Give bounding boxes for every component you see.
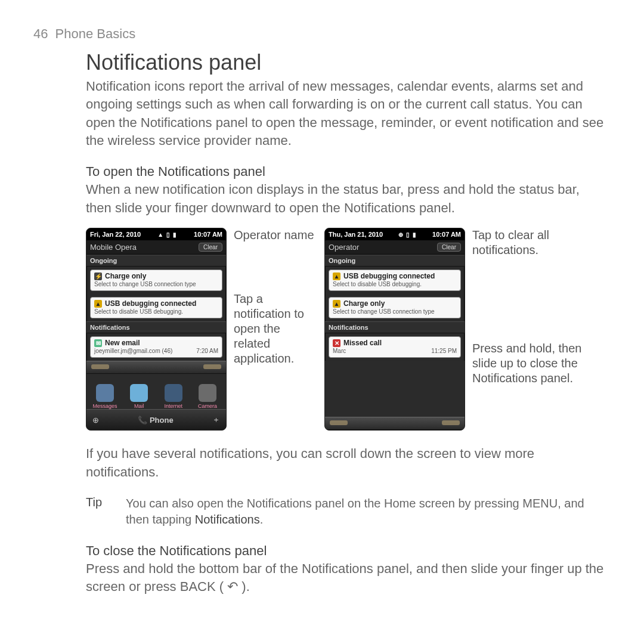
notif-time: 7:20 AM [196,348,218,354]
note-clear: Tap to clear all notifications. [472,228,592,258]
notification-item[interactable]: ▲Charge only Select to change USB connec… [329,297,461,318]
section-intro-text: Notification icons report the arrival of… [33,78,611,150]
phone-button[interactable]: 📞 Phone [138,416,173,425]
app-internet[interactable]: Internet [160,384,187,409]
status-icons: ⊕ ▯ ▮ [398,231,417,238]
operator-name: Mobile Opera [90,243,137,252]
figure-notes-right: Tap to clear all notifications. Press an… [472,228,592,431]
ongoing-header: Ongoing [86,255,226,267]
messages-icon [96,384,114,402]
notifications-header: Notifications [325,321,465,333]
warning-icon: ▲ [333,300,340,308]
figure-notes-left: Operator name Tap a notification to open… [234,228,317,431]
notif-title: USB debugging connected [343,272,435,280]
tip-text: You can also open the Notifications pane… [126,496,599,528]
internet-icon [165,384,182,402]
phone-screenshot-1: Fri, Jan 22, 2010 ▲ ▯ ▮ 10:07 AM Mobile … [86,228,227,431]
usb-icon: ⚡ [94,273,102,280]
bottom-bar: ⊕ 📞 Phone ＋ [86,409,226,430]
tip-label: Tip [86,496,102,528]
notif-sub: Marc [333,348,346,354]
app-messages[interactable]: Messages [91,384,119,409]
open-heading: To open the Notifications panel [33,164,611,179]
notifications-header: Notifications [86,321,226,333]
notif-sub: Select to change USB connection type [333,308,435,315]
status-bar: Thu, Jan 21, 2010 ⊕ ▯ ▮ 10:07 AM [325,228,465,240]
home-screen: Messages Mail Internet Camera [86,374,226,409]
mail-app-icon [130,384,148,402]
notification-item[interactable]: ⚡Charge only Select to change USB connec… [90,270,222,291]
warning-icon: ▲ [333,273,340,280]
page-header: 46 Phone Basics [33,26,611,42]
notif-sub: Select to disable USB debugging. [333,281,422,287]
figure: Fri, Jan 22, 2010 ▲ ▯ ▮ 10:07 AM Mobile … [33,228,611,431]
notif-title: Charge only [343,299,385,308]
after-figure-text: If you have several notifications, you c… [33,445,611,481]
section-title: Notifications panel [33,50,611,75]
note-operator: Operator name [234,228,317,243]
mail-icon: ✉ [94,339,102,347]
notification-item[interactable]: ✉New email joeymiller.jm@gmail.com (46)7… [90,336,222,358]
operator-name: Operator [329,243,359,252]
notif-time: 11:25 PM [431,348,457,354]
notif-sub: Select to disable USB debugging. [94,308,183,315]
warning-icon: ▲ [94,300,102,308]
panel-handle[interactable] [325,417,465,430]
panel-handle[interactable] [86,361,226,374]
camera-icon [199,384,216,402]
open-text: When a new notification icon displays in… [33,181,611,217]
status-icons: ▲ ▯ ▮ [157,231,177,238]
notification-item[interactable]: ▲USB debugging connected Select to disab… [90,297,222,318]
notif-sub: Select to change USB connection type [94,281,196,287]
note-close: Press and hold, then slide up to close t… [472,341,592,386]
apps-button[interactable]: ⊕ [92,416,99,425]
notification-item[interactable]: ✕Missed call Marc11:25 PM [329,336,461,358]
chapter-title: Phone Basics [55,26,136,41]
notif-title: New email [105,339,140,347]
tip-row: Tip You can also open the Notifications … [33,496,611,528]
status-date: Fri, Jan 22, 2010 [90,231,141,238]
notif-title: Missed call [343,339,382,347]
notif-title: Charge only [105,272,146,280]
app-mail[interactable]: Mail [125,384,153,409]
close-text: Press and hold the bottom bar of the Not… [33,560,611,596]
operator-row: Operator Clear [325,240,465,255]
ongoing-header: Ongoing [325,255,465,267]
status-date: Thu, Jan 21, 2010 [329,231,383,238]
clear-button[interactable]: Clear [437,243,461,252]
operator-row: Mobile Opera Clear [86,240,226,255]
status-time: 10:07 AM [194,231,222,238]
clear-button[interactable]: Clear [199,243,222,252]
status-time: 10:07 AM [432,231,461,238]
page-number: 46 [33,26,48,41]
back-icon: ↶ [227,579,238,594]
missed-call-icon: ✕ [333,339,340,347]
notif-title: USB debugging connected [105,299,196,308]
close-heading: To close the Notifications panel [33,543,611,559]
app-camera[interactable]: Camera [194,384,221,409]
add-button[interactable]: ＋ [212,414,220,425]
status-bar: Fri, Jan 22, 2010 ▲ ▯ ▮ 10:07 AM [86,228,226,240]
note-tap: Tap a notification to open the related a… [234,292,317,366]
notif-sub: joeymiller.jm@gmail.com (46) [94,348,172,354]
notification-item[interactable]: ▲USB debugging connected Select to disab… [329,270,461,291]
phone-screenshot-2: Thu, Jan 21, 2010 ⊕ ▯ ▮ 10:07 AM Operato… [324,228,465,431]
